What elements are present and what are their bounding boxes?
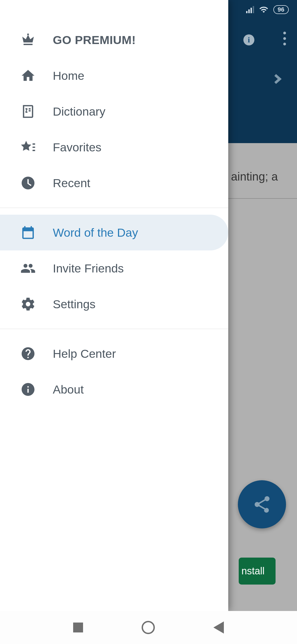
- info-icon[interactable]: i: [243, 34, 254, 45]
- help-icon: [20, 346, 36, 361]
- people-icon: [20, 261, 36, 276]
- dictionary-icon: [20, 104, 36, 119]
- status-bar: 96: [238, 0, 297, 19]
- battery-indicator: 96: [273, 5, 289, 14]
- more-options-button[interactable]: [283, 32, 286, 45]
- drawer-item-word-of-day[interactable]: Word of the Day: [0, 215, 228, 250]
- system-navigation-bar: [0, 611, 297, 644]
- drawer-label: Recent: [53, 176, 90, 190]
- drawer-label: Dictionary: [53, 105, 105, 118]
- drawer-item-about[interactable]: About: [0, 372, 228, 407]
- share-icon: [252, 495, 272, 514]
- wifi-icon: [259, 5, 268, 14]
- crown-icon: [20, 32, 36, 48]
- install-label: nstall: [241, 565, 265, 577]
- home-icon: [20, 68, 36, 83]
- drawer-label: Favorites: [53, 141, 101, 154]
- drawer-divider: [0, 329, 228, 329]
- gear-icon: [20, 296, 36, 312]
- share-fab[interactable]: [238, 480, 286, 528]
- calendar-icon: [20, 225, 36, 240]
- navigation-drawer: GO PREMIUM! Home Dictionary Favorites Re…: [0, 0, 228, 611]
- drawer-item-premium[interactable]: GO PREMIUM!: [0, 22, 228, 58]
- drawer-item-dictionary[interactable]: Dictionary: [0, 94, 228, 129]
- cellular-signal-icon: [246, 6, 254, 13]
- recent-apps-button[interactable]: [73, 623, 83, 632]
- chevron-right-icon[interactable]: [271, 73, 283, 85]
- favorites-icon: [20, 140, 36, 155]
- back-button[interactable]: [213, 621, 224, 634]
- drawer-label: About: [53, 383, 84, 396]
- drawer-item-home[interactable]: Home: [0, 58, 228, 94]
- drawer-label: Word of the Day: [53, 226, 138, 239]
- info-icon: [20, 382, 36, 397]
- install-button[interactable]: nstall: [239, 558, 276, 585]
- drawer-item-settings[interactable]: Settings: [0, 286, 228, 322]
- drawer-item-favorites[interactable]: Favorites: [0, 129, 228, 165]
- drawer-label: Home: [53, 69, 84, 83]
- drawer-item-invite[interactable]: Invite Friends: [0, 250, 228, 286]
- drawer-item-help[interactable]: Help Center: [0, 336, 228, 372]
- drawer-label: Settings: [53, 298, 95, 311]
- drawer-label: GO PREMIUM!: [53, 33, 136, 47]
- home-button[interactable]: [142, 621, 155, 634]
- drawer-item-recent[interactable]: Recent: [0, 165, 228, 201]
- clock-icon: [20, 175, 36, 191]
- drawer-label: Invite Friends: [53, 262, 124, 275]
- drawer-label: Help Center: [53, 347, 116, 361]
- drawer-divider: [0, 208, 228, 208]
- definition-text-fragment: ainting; a: [231, 168, 286, 185]
